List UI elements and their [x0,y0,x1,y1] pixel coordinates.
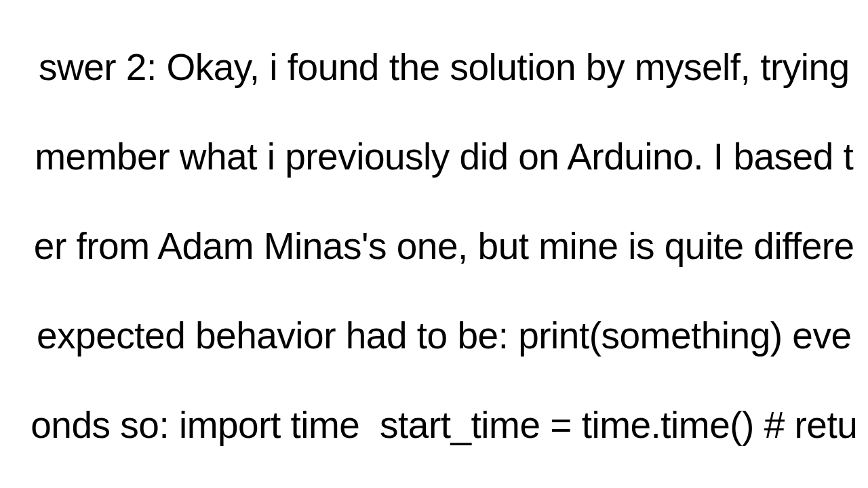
text-line-2: er from Adam Minas's one, but mine is qu… [34,225,854,267]
document-text: swer 2: Okay, i found the solution by my… [0,0,868,488]
text-line-4: onds so: import time start_time = time.t… [31,404,857,446]
text-line-3: expected behavior had to be: print(somet… [37,314,852,357]
text-line-0: swer 2: Okay, i found the solution by my… [39,46,850,88]
text-line-1: member what i previously did on Arduino.… [35,136,853,178]
